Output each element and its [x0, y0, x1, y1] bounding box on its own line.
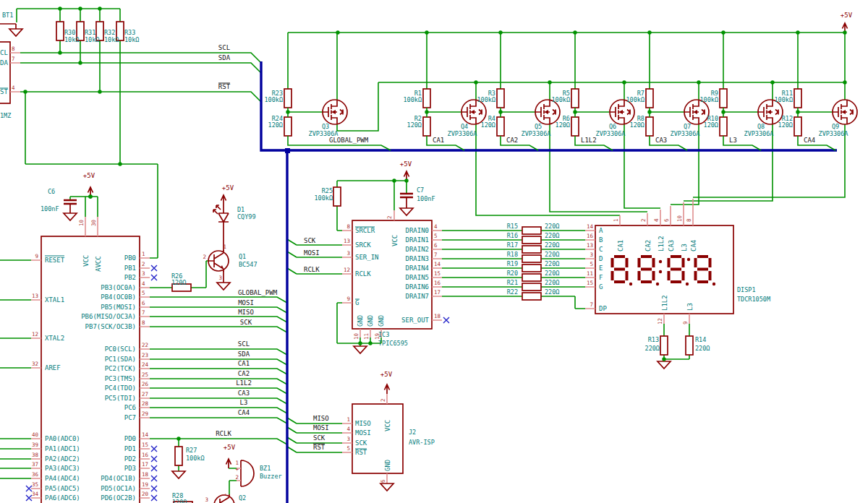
pin-number: 39	[32, 442, 38, 448]
resistor-ref: R13	[648, 336, 659, 343]
net-label: GLOBAL_PWM	[329, 137, 369, 144]
net-label: MOSI	[313, 424, 329, 431]
pin-name: L3	[681, 244, 688, 252]
pin-number: 17	[434, 289, 441, 296]
pin-name: DRAIN6	[405, 283, 429, 291]
pin-name: PD2	[124, 455, 136, 463]
pin-name: RESET	[45, 257, 65, 264]
net-label: CA4	[238, 409, 250, 416]
pin-name: PD3	[124, 465, 136, 472]
power-label: +5V	[222, 184, 234, 192]
pin-number: 6	[380, 479, 386, 483]
pin-number: 5	[434, 233, 438, 239]
pin-name: RST	[355, 449, 367, 456]
pin-name: SRCK	[355, 241, 371, 249]
pin-number: 18	[434, 313, 441, 319]
pin-number: 1	[142, 251, 145, 257]
pin-name: DRAIN1	[405, 236, 429, 244]
pin-number: 8	[346, 223, 350, 230]
pin-number: 4	[142, 280, 145, 287]
mosfet-ref: Q7	[684, 123, 691, 130]
net-label: L1L2	[581, 137, 597, 144]
pin-name: SCK	[355, 439, 367, 447]
pin-name: PA6(ADC6)	[45, 494, 80, 502]
pin-name: PD1	[124, 445, 136, 452]
rtc-pin-number: 4	[12, 85, 15, 91]
mosfet-ref: Q5	[535, 123, 542, 130]
pin-number: 16	[142, 452, 149, 458]
pin-number: 18	[142, 471, 149, 478]
pin-name: CA4	[690, 240, 697, 252]
transistor-ref: Q1	[239, 253, 246, 260]
power-label: +5V	[224, 444, 236, 451]
transistor-value: BC547	[239, 261, 258, 268]
resistor-value: 100kΩ	[626, 96, 644, 103]
pin-name: VCC	[391, 235, 399, 246]
resistor-ref: R21	[507, 279, 518, 286]
pin-number: 13	[32, 293, 38, 299]
schematic-canvas[interactable]: CL DA ST 8 7 4 1MZ BT1 R30 10kΩ R31 10kΩ…	[0, 0, 868, 503]
pin-number: 26	[142, 381, 149, 387]
pin-name: L1L2	[658, 236, 665, 252]
resistor-value: 220Ω	[545, 260, 559, 267]
pin-number: 2	[640, 218, 647, 222]
pin-name: DRAIN3	[405, 255, 429, 262]
pin-name: PA5(ADC5)	[45, 485, 80, 492]
resistor-ref: R16	[507, 232, 518, 239]
pin-number: 1	[613, 218, 619, 222]
net-label-scl: SCL	[218, 44, 230, 51]
resistor-ref: R33	[124, 29, 135, 36]
pin-number: 40	[32, 431, 39, 438]
mosfet-value: ZVP3306A	[596, 130, 626, 137]
pin-number: 6	[663, 218, 670, 222]
pin-number: 2	[386, 215, 393, 219]
pin-name: AREF	[45, 364, 61, 371]
pin-number: 8	[686, 218, 692, 222]
pin-name: DRAIN4	[405, 265, 429, 272]
pin-number: 35	[32, 481, 38, 488]
led-value: CQY99	[237, 213, 256, 220]
net-label: SCK	[313, 434, 326, 442]
pin-name: PA2(ADC2)	[45, 455, 80, 463]
pin-number: 1	[235, 460, 239, 466]
pin-number: 15	[434, 270, 441, 277]
pin-name: PB6(MISO/OC3A)	[81, 313, 136, 320]
pin-name: L3	[686, 303, 694, 311]
rtc-pin-name: CL	[0, 49, 8, 56]
pin-name: PA4(ADC4)	[45, 475, 80, 482]
connector-ref: J2	[409, 429, 416, 436]
pin-number: 14	[142, 431, 149, 438]
pin-number: 25	[142, 371, 148, 378]
resistor-value: 120Ω	[704, 121, 718, 129]
net-label: SCK	[304, 237, 316, 244]
pin-number: 13	[587, 242, 593, 249]
pin-name: PC1(SDA)	[105, 356, 136, 363]
pin-number: 6	[142, 300, 145, 306]
pin-number: 9	[35, 253, 38, 259]
resistor-value: 220Ω	[545, 279, 559, 286]
pin-name: CA2	[644, 240, 652, 252]
pin-number: 3	[142, 270, 145, 277]
resistor-ref: R20	[507, 270, 518, 277]
pin-number: 10	[676, 215, 683, 222]
net-label: MOSI	[304, 249, 320, 257]
pin-number: 1	[223, 244, 226, 250]
pin-number: 19	[142, 481, 148, 488]
pin-name: PB1	[124, 265, 136, 272]
pin-number: 10	[353, 332, 359, 340]
pin-number: 2	[142, 261, 145, 267]
rtc-value: 1MZ	[0, 112, 11, 119]
pin-name: CA3	[668, 240, 675, 252]
power-label: +5V	[400, 160, 412, 168]
resistor-ref: R18	[507, 251, 518, 258]
pin-name: D	[599, 255, 603, 262]
pin-number: 17	[142, 461, 148, 468]
resistor-value: 100kΩ	[186, 455, 205, 462]
resistor-value: 120Ω	[172, 499, 187, 503]
rtc-pin-name: DA	[0, 59, 8, 66]
pin-name: PD4(OC1B)	[101, 475, 136, 482]
pin-name: PC3(TMS)	[105, 375, 136, 382]
net-label: L3	[729, 137, 737, 144]
resistor-ref: R31	[85, 29, 95, 36]
pin-number: 12	[657, 318, 663, 324]
